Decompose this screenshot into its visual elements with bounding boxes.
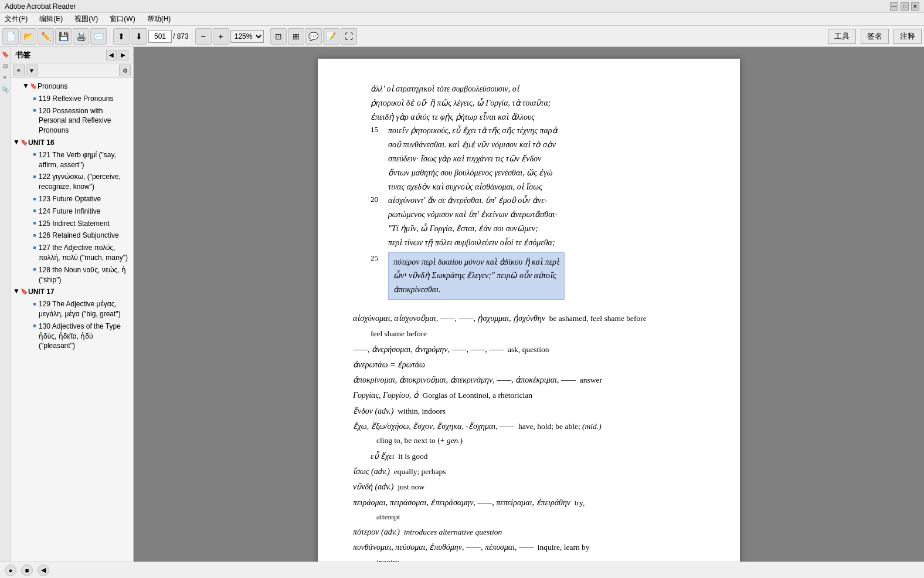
sidebar-item-label: 127 the Adjective πολύς, πολλή, πολύ ("m… xyxy=(39,243,131,263)
sign-btn[interactable]: 签名 xyxy=(861,29,889,44)
status-circle-btn[interactable]: ● xyxy=(5,565,16,576)
sidebar-item-130[interactable]: ■ 130 Adjectives of the Type ἡδύς, ἡδεῖα… xyxy=(11,320,133,352)
line-number-15: 15 xyxy=(371,124,388,134)
bookmark-panel-icon[interactable]: 🔖 xyxy=(1,49,10,59)
sidebar-item-121[interactable]: ■ 121 The Verb φημί ("say, affirm, asser… xyxy=(11,149,133,171)
maximize-btn[interactable]: □ xyxy=(901,2,909,11)
toggle-icon[interactable]: ▼ xyxy=(13,288,20,295)
tools-btn[interactable]: 工具 xyxy=(828,29,856,44)
menu-help[interactable]: 帮助(H) xyxy=(145,13,174,25)
layers-icon[interactable]: ≡ xyxy=(1,73,10,82)
sidebar-list-btn[interactable]: ≡ xyxy=(13,65,25,76)
open-btn[interactable]: 📂 xyxy=(20,28,36,45)
fit-width-btn[interactable]: ⊡ xyxy=(270,28,287,45)
menu-view[interactable]: 视图(V) xyxy=(72,13,100,25)
minimize-btn[interactable]: — xyxy=(890,2,898,11)
greek-line: τινας σχεδὸν καὶ συχνοὺς αἰσθάνομαι, οἱ … xyxy=(388,180,558,194)
vocab-entry: ἀνερωτάω = ἐρωτάω xyxy=(353,358,705,372)
fullscreen-btn[interactable]: ⛶ xyxy=(341,28,357,45)
greek-line: ἐπειδὴ γὰρ αὐτός τε φῂς ῥήτωρ εἶναι καὶ … xyxy=(371,110,705,124)
page-thumbnail-icon[interactable]: ⊟ xyxy=(1,61,10,70)
vocab-entry: πότερον (adv.) introduces alternative qu… xyxy=(353,525,705,539)
toggle-icon[interactable]: ▼ xyxy=(13,138,20,146)
separator1 xyxy=(110,29,110,43)
print-btn[interactable]: 🖨️ xyxy=(73,28,89,45)
sidebar-item-label: 126 Retained Subjunctive xyxy=(39,231,131,241)
sidebar-item-128[interactable]: ■ 128 the Noun ναῦς, νεώς, ἡ ("ship") xyxy=(11,264,133,286)
sidebar-item-label: 124 Future Infinitive xyxy=(39,207,131,217)
vocab-greek: πυνθάνομαι, πεύσομαι, ἐπυθόμην, ——, πέπυ… xyxy=(353,543,534,552)
sidebar-toolbar: ≡ ▼ ⚙ xyxy=(11,63,133,78)
close-btn[interactable]: ✕ xyxy=(911,2,919,11)
sidebar-settings-btn[interactable]: ⚙ xyxy=(119,65,131,76)
line-number-25: 25 xyxy=(371,252,388,263)
sidebar-item-126[interactable]: ■ 126 Retained Subjunctive xyxy=(11,229,133,242)
comment-btn2[interactable]: 注释 xyxy=(894,29,922,44)
greek-line: ποιεῖν ῥητορικούς, εὖ ἔχει τὰ τῆς σῆς τέ… xyxy=(388,124,558,138)
leaf-icon: ■ xyxy=(30,300,39,308)
greek-line: αἰσχύνοιντ' ἄν σε ἀνερέσθαι. ὑπ' ἐμοῦ οὖ… xyxy=(388,194,557,208)
edit-btn[interactable]: ✏️ xyxy=(38,28,54,45)
sidebar-dropdown-btn[interactable]: ▼ xyxy=(26,65,38,76)
greek-line: ὄντων μαθητής σου βουλόμενος γενέσθαι, ὥ… xyxy=(388,166,558,180)
status-back-btn[interactable]: ◀ xyxy=(38,565,49,576)
vocab-entry: ἔνδον (adv.) within, indoors xyxy=(353,404,705,418)
sidebar-item-label: 129 The Adjective μέγας, μεγάλη, μέγα ("… xyxy=(39,299,131,319)
zoom-out-btn[interactable]: − xyxy=(195,28,212,45)
vocab-greek: ἔχω, ἕξω/σχήσω, ἔσχον, ἔσχηκα, -ἔσχημαι,… xyxy=(353,422,514,431)
sidebar-content[interactable]: ▼ 🔖 Pronouns ■ 119 Reflexive Pronouns ■ … xyxy=(11,78,133,562)
menu-file[interactable]: 文件(F) xyxy=(2,13,30,25)
highlighted-passage: πότερον περὶ δικαίου μόνον καὶ ἀδίκου ἢ … xyxy=(388,252,565,300)
leaf-icon: ■ xyxy=(30,151,39,159)
vocab-entry: ἀποκρίνομαι, ἀποκρινοῦμαι, ἀπεκρινάμην, … xyxy=(353,373,705,387)
sidebar-item-127[interactable]: ■ 127 the Adjective πολύς, πολλή, πολύ (… xyxy=(11,242,133,264)
markup-btn[interactable]: 📝 xyxy=(323,28,339,45)
zoom-select[interactable]: 125% 100% 150% 75% xyxy=(230,30,264,43)
forward-btn[interactable]: ⬇ xyxy=(131,28,147,45)
vocab-greek: Γοργίας, Γοργίου, ὁ xyxy=(353,391,419,400)
sidebar-item-129[interactable]: ■ 129 The Adjective μέγας, μεγάλη, μέγα … xyxy=(11,298,133,320)
vocab-entry: feel shame before xyxy=(371,327,705,341)
attachments-icon[interactable]: 📎 xyxy=(1,84,10,94)
sidebar-item-label: 125 Indirect Statement xyxy=(39,219,131,229)
title-bar-controls: — □ ✕ xyxy=(890,2,919,11)
sidebar-item-120[interactable]: ■ 120 Possession with Personal and Refle… xyxy=(11,105,133,137)
email-btn[interactable]: ✉️ xyxy=(90,28,107,45)
sidebar-item-124[interactable]: ■ 124 Future Infinitive xyxy=(11,205,133,218)
new-btn[interactable]: 📄 xyxy=(2,28,19,45)
menu-bar: 文件(F) 编辑(E) 视图(V) 窗口(W) 帮助(H) xyxy=(0,13,924,26)
zoom-in-btn[interactable]: + xyxy=(213,28,229,45)
sidebar-item-125[interactable]: ■ 125 Indirect Statement xyxy=(11,218,133,230)
page-number-input[interactable]: 501 xyxy=(148,30,172,43)
sidebar-item-label: 121 The Verb φημί ("say, affirm, assert"… xyxy=(39,150,131,170)
page-nav: 501 / 873 xyxy=(148,30,189,43)
sidebar-item-119[interactable]: ■ 119 Reflexive Pronouns xyxy=(11,93,133,105)
leaf-icon: ■ xyxy=(30,207,39,215)
sidebar-item-label: Pronouns xyxy=(38,82,131,92)
sidebar-item-label: UNIT 17 xyxy=(28,287,131,297)
menu-edit[interactable]: 编辑(E) xyxy=(37,13,65,25)
sidebar-item-pronouns[interactable]: ▼ 🔖 Pronouns xyxy=(11,80,133,93)
greek-line: περὶ τίνων τῇ πόλει συμβουλεύειν οἷοί τε… xyxy=(388,236,557,250)
sidebar-item-unit17[interactable]: ▼ 🔖 UNIT 17 xyxy=(11,286,133,298)
sidebar-collapse-btn[interactable]: ▶ xyxy=(118,50,128,60)
toolbar: 📄 📂 ✏️ 💾 🖨️ ✉️ ⬆ ⬇ 501 / 873 − + 125% 10… xyxy=(0,26,924,47)
greek-line: σοῦ πυνθάνεσθαι. καὶ ἐμὲ νῦν νόμισον καὶ… xyxy=(388,138,558,152)
sidebar-item-label: 128 the Noun ναῦς, νεώς, ἡ ("ship") xyxy=(39,265,131,285)
sidebar-expand-btn[interactable]: ◀ xyxy=(106,50,117,60)
leaf-icon: ■ xyxy=(30,107,39,115)
vocab-greek: ἀνερωτάω = ἐρωτάω xyxy=(353,360,425,369)
status-square-btn[interactable]: ■ xyxy=(21,565,33,576)
toggle-icon[interactable]: ▼ xyxy=(22,82,29,89)
content-area[interactable]: ἀλλ' οἱ στρατηγικοὶ τότε συμβουλεύσουσιν… xyxy=(134,47,924,562)
back-btn[interactable]: ⬆ xyxy=(113,28,130,45)
bookmark-icon: 🔖 xyxy=(29,82,38,90)
fit-page-btn[interactable]: ⊞ xyxy=(288,28,304,45)
sidebar-item-122[interactable]: ■ 122 γιγνώσκω, ("perceive, recognize, k… xyxy=(11,171,133,193)
comment-btn[interactable]: 💬 xyxy=(305,28,322,45)
sidebar-header-buttons: ◀ ▶ xyxy=(106,50,128,60)
menu-window[interactable]: 窗口(W) xyxy=(107,13,137,25)
save-btn[interactable]: 💾 xyxy=(55,28,72,45)
sidebar-item-unit16[interactable]: ▼ 🔖 UNIT 16 xyxy=(11,137,133,149)
sidebar-item-123[interactable]: ■ 123 Future Optative xyxy=(11,193,133,205)
